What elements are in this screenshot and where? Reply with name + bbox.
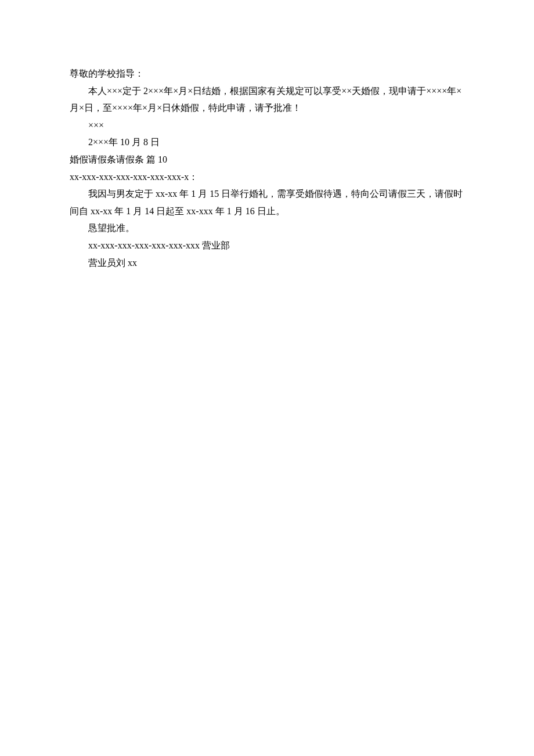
section9-date: 2×××年 10 月 8 日: [70, 134, 464, 151]
section10-heading: 婚假请假条请假条 篇 10: [70, 151, 464, 168]
section10-salutation: xx-xxx-xxx-xxx-xxx-xxx-xxx-x：: [70, 168, 464, 186]
section10-closing: 恳望批准。: [70, 219, 464, 237]
section9-body: 本人×××定于 2×××年×月×日结婚，根据国家有关规定可以享受××天婚假，现申…: [70, 82, 464, 117]
section10-department: xx-xxx-xxx-xxx-xxx-xxx-xxx 营业部: [70, 237, 464, 254]
section10-signature: 营业员刘 xx: [70, 254, 464, 272]
section9-signature: ×××: [70, 117, 464, 134]
section10-body: 我因与男友定于 xx-xx 年 1 月 15 日举行婚礼，需享受婚假待遇，特向公…: [70, 185, 464, 219]
section9-salutation: 尊敬的学校指导：: [70, 65, 464, 82]
